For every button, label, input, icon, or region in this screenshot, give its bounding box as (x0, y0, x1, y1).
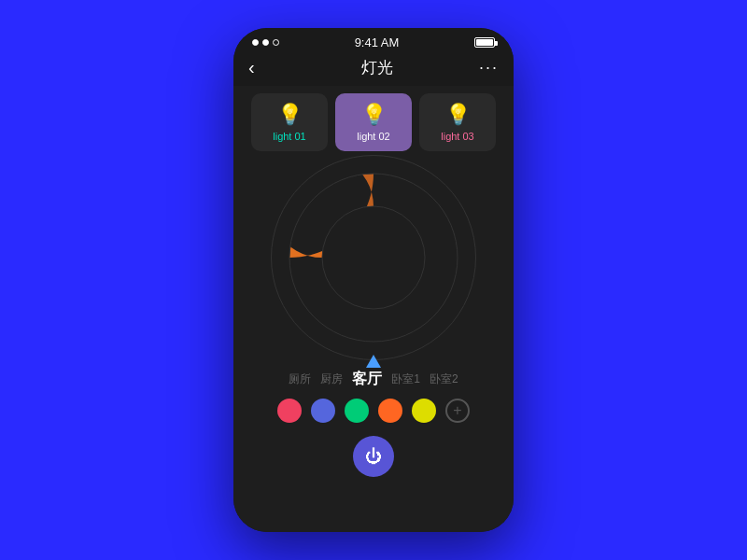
dot-2 (262, 39, 269, 46)
swatch-blue[interactable] (311, 399, 335, 423)
light-cards-container: 💡 light 01 💡 light 02 💡 light 03 (245, 93, 502, 151)
room-tab-woshi1[interactable]: 卧室1 (391, 371, 420, 387)
swatch-orange[interactable] (378, 399, 402, 423)
room-tab-chufang[interactable]: 厨房 (320, 371, 343, 387)
room-tabs: 厕所 厨房 客厅 卧室1 卧室2 (289, 370, 458, 389)
light-label-03: light 03 (441, 131, 473, 142)
dot-1 (252, 39, 259, 46)
bulb-icon-02: 💡 (361, 103, 387, 127)
swatch-yellow[interactable] (412, 399, 436, 423)
battery-fill (476, 39, 493, 46)
color-wheel-container[interactable] (280, 164, 467, 351)
bulb-icon-03: 💡 (445, 103, 471, 127)
room-tab-ceso[interactable]: 厕所 (289, 371, 311, 387)
light-label-01: light 01 (273, 131, 305, 142)
bulb-icon-01: 💡 (277, 103, 303, 127)
swatch-green[interactable] (345, 399, 369, 423)
swatch-red[interactable] (277, 399, 302, 423)
svg-point-0 (322, 206, 425, 309)
dot-3 (273, 39, 279, 46)
nav-bar: ‹ 灯光 ··· (233, 53, 514, 86)
light-card-02[interactable]: 💡 light 02 (335, 93, 412, 151)
back-button[interactable]: ‹ (248, 57, 276, 78)
light-label-02: light 02 (357, 131, 389, 142)
light-card-03[interactable]: 💡 light 03 (419, 93, 496, 151)
status-time: 9:41 AM (355, 35, 400, 49)
main-content: 💡 light 01 💡 light 02 💡 light 03 (233, 86, 514, 532)
room-tab-keting[interactable]: 客厅 (352, 370, 382, 389)
status-bar: 9:41 AM (233, 28, 514, 53)
more-button[interactable]: ··· (479, 58, 499, 77)
battery-icon (474, 37, 495, 48)
page-title: 灯光 (361, 57, 393, 78)
wheel-pointer (366, 355, 381, 368)
color-wheel-svg[interactable] (280, 164, 467, 351)
phone-frame: 9:41 AM ‹ 灯光 ··· 💡 light 01 💡 light 02 💡… (233, 28, 514, 532)
signal-dots (252, 39, 279, 46)
color-swatches: + (277, 399, 470, 423)
add-swatch-button[interactable]: + (445, 399, 470, 423)
power-icon: ⏻ (365, 447, 382, 467)
power-button[interactable]: ⏻ (353, 436, 394, 477)
light-card-01[interactable]: 💡 light 01 (251, 93, 328, 151)
room-tab-woshi2[interactable]: 卧室2 (430, 371, 458, 387)
